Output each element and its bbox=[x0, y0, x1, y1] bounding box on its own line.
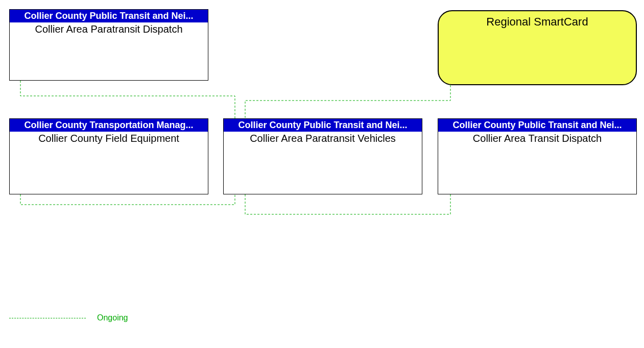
legend-label-ongoing: Ongoing bbox=[97, 313, 128, 322]
rounded-box-label: Regional SmartCard bbox=[439, 15, 636, 29]
box-transit-dispatch[interactable]: Collier County Public Transit and Nei...… bbox=[438, 118, 637, 194]
box-header: Collier County Public Transit and Nei... bbox=[224, 119, 422, 132]
box-header: Collier County Public Transit and Nei... bbox=[10, 10, 208, 22]
box-body: Collier Area Transit Dispatch bbox=[438, 132, 636, 145]
legend-line-ongoing bbox=[9, 318, 86, 318]
box-body: Collier Area Paratransit Dispatch bbox=[10, 22, 208, 36]
box-header: Collier County Transportation Manag... bbox=[10, 119, 208, 132]
box-header: Collier County Public Transit and Nei... bbox=[438, 119, 636, 132]
box-paratransit-dispatch[interactable]: Collier County Public Transit and Nei...… bbox=[9, 9, 208, 81]
box-regional-smartcard[interactable]: Regional SmartCard bbox=[438, 10, 637, 85]
box-body: Collier Area Paratransit Vehicles bbox=[224, 132, 422, 145]
box-field-equipment[interactable]: Collier County Transportation Manag... C… bbox=[9, 118, 208, 194]
box-body: Collier County Field Equipment bbox=[10, 132, 208, 145]
box-paratransit-vehicles[interactable]: Collier County Public Transit and Nei...… bbox=[223, 118, 422, 194]
